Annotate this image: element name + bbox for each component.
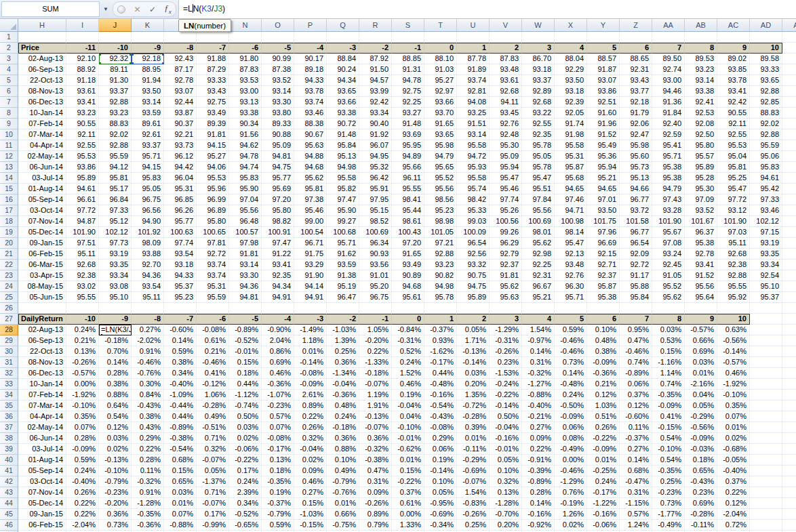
cell-AE25[interactable] xyxy=(782,292,796,303)
cell-S46[interactable]: 1.33% xyxy=(392,520,424,531)
cell-X13[interactable]: 95.87 xyxy=(555,162,587,173)
cell-W43[interactable]: 0.28% xyxy=(522,487,555,498)
cell-J5[interactable]: 91.30 xyxy=(99,75,132,86)
cell-W19[interactable]: 98.01 xyxy=(522,227,555,238)
cell-AD43[interactable] xyxy=(750,487,782,498)
cell-AE30[interactable] xyxy=(782,346,796,357)
cell-Y2[interactable]: 5 xyxy=(587,43,620,54)
cell-H33[interactable]: 10-Jan-14 xyxy=(18,379,66,390)
cell-R10[interactable]: 91.92 xyxy=(359,129,392,140)
row-header-1[interactable]: 1 xyxy=(0,32,18,43)
cell-T43[interactable]: 0.05% xyxy=(424,487,457,498)
cell-AC36[interactable]: 0.07% xyxy=(717,411,750,422)
cell-R22[interactable]: 93.56 xyxy=(359,260,392,270)
cell-U10[interactable]: 93.14 xyxy=(457,129,490,140)
cell-H14[interactable]: 03-Jul-14 xyxy=(18,173,66,184)
cell-AA45[interactable]: -1.77% xyxy=(652,509,685,520)
cell-H11[interactable]: 04-Apr-14 xyxy=(18,140,66,151)
cell-Q4[interactable]: 90.24 xyxy=(327,64,359,75)
cell-N11[interactable]: 94.62 xyxy=(229,140,262,151)
cell-AB37[interactable]: -0.56% xyxy=(685,422,717,433)
cell-I23[interactable]: 92.38 xyxy=(66,270,99,281)
cell-O19[interactable]: 100.91 xyxy=(262,227,294,238)
cell-Y36[interactable]: 0.51% xyxy=(587,411,620,422)
cell-I40[interactable]: 0.59% xyxy=(66,455,99,466)
cell-AC20[interactable]: 95.11 xyxy=(717,238,750,249)
cell-N27[interactable]: -5 xyxy=(229,314,262,325)
cell-AA3[interactable]: 89.50 xyxy=(652,54,685,64)
cell-I29[interactable]: 0.21% xyxy=(66,335,99,346)
cell-T10[interactable]: 93.65 xyxy=(424,129,457,140)
cell-U24[interactable]: 94.75 xyxy=(457,281,490,292)
cell-AB24[interactable]: 95.56 xyxy=(685,281,717,292)
cell-L40[interactable]: 0.68% xyxy=(164,455,197,466)
cell-M38[interactable]: 0.71% xyxy=(197,433,229,444)
cell-X18[interactable]: 100.98 xyxy=(555,216,587,227)
row-header-29[interactable]: 29 xyxy=(0,335,18,346)
cell-O33[interactable]: -0.36% xyxy=(262,379,294,390)
cell-AE45[interactable] xyxy=(782,509,796,520)
cell-AC34[interactable]: -0.10% xyxy=(717,390,750,401)
cell-M37[interactable]: -0.51% xyxy=(197,422,229,433)
cell-AB27[interactable]: 9 xyxy=(685,314,717,325)
cell-AC41[interactable]: -0.40% xyxy=(717,466,750,476)
cell-R6[interactable]: 93.99 xyxy=(359,86,392,97)
cell-V36[interactable]: 0.50% xyxy=(490,411,522,422)
cell-Y3[interactable]: 88.57 xyxy=(587,54,620,64)
cell-K32[interactable]: -0.76% xyxy=(132,368,164,379)
cell-T15[interactable]: 95.56 xyxy=(424,184,457,195)
cell-S42[interactable]: -0.22% xyxy=(392,476,424,487)
cell-M30[interactable]: 0.21% xyxy=(197,346,229,357)
cell-L26[interactable] xyxy=(164,303,197,314)
cell-N14[interactable]: 95.83 xyxy=(229,173,262,184)
cell-AC14[interactable]: 95.25 xyxy=(717,173,750,184)
cell-K19[interactable]: 101.92 xyxy=(132,227,164,238)
cell-S45[interactable]: 0.00% xyxy=(392,509,424,520)
cell-T29[interactable]: 0.93% xyxy=(424,335,457,346)
cell-AC37[interactable]: 0.01% xyxy=(717,422,750,433)
cell-N38[interactable]: 0.02% xyxy=(229,433,262,444)
cell-M44[interactable]: -0.07% xyxy=(197,498,229,509)
cell-L34[interactable]: -1.09% xyxy=(164,390,197,401)
cell-X37[interactable]: 0.06% xyxy=(555,422,587,433)
cell-H15[interactable]: 01-Aug-14 xyxy=(18,184,66,195)
cell-S12[interactable]: 94.89 xyxy=(392,151,424,162)
cell-L19[interactable]: 100.63 xyxy=(164,227,197,238)
cell-V44[interactable]: -1.28% xyxy=(490,498,522,509)
cell-R25[interactable]: 96.75 xyxy=(359,292,392,303)
cell-S6[interactable]: 92.75 xyxy=(392,86,424,97)
cell-Q40[interactable]: 0.10% xyxy=(327,455,359,466)
cell-U43[interactable]: 1.54% xyxy=(457,487,490,498)
cell-M26[interactable] xyxy=(197,303,229,314)
cell-AA42[interactable]: 0.25% xyxy=(652,476,685,487)
cell-R11[interactable]: 96.07 xyxy=(359,140,392,151)
row-header-30[interactable]: 30 xyxy=(0,346,18,357)
cell-U40[interactable]: -0.29% xyxy=(457,455,490,466)
column-header-I[interactable]: I xyxy=(66,19,99,32)
cell-I27[interactable]: -10 xyxy=(66,314,99,325)
cell-U30[interactable]: -0.13% xyxy=(457,346,490,357)
cell-I41[interactable]: 0.24% xyxy=(66,466,99,476)
cell-S10[interactable]: 93.69 xyxy=(392,129,424,140)
formula-input[interactable]: =LN(K3/J3) xyxy=(178,0,796,18)
cell-H38[interactable]: 06-Jun-14 xyxy=(18,433,66,444)
cell-R2[interactable]: -2 xyxy=(359,43,392,54)
insert-function-icon[interactable]: ƒx xyxy=(164,3,172,15)
cell-L28[interactable]: -0.60% xyxy=(164,325,197,335)
cell-W40[interactable]: -0.91% xyxy=(522,455,555,466)
cell-AA26[interactable] xyxy=(652,303,685,314)
cell-M16[interactable]: 96.99 xyxy=(197,195,229,205)
cell-AB32[interactable]: 0.01% xyxy=(685,368,717,379)
cell-AE10[interactable] xyxy=(782,129,796,140)
cell-M28[interactable]: -0.08% xyxy=(197,325,229,335)
cell-T6[interactable]: 92.97 xyxy=(424,86,457,97)
cell-R45[interactable]: 0.89% xyxy=(359,509,392,520)
cell-I16[interactable]: 96.61 xyxy=(66,195,99,205)
cell-M31[interactable]: -0.46% xyxy=(197,357,229,368)
cell-AA23[interactable]: 91.05 xyxy=(652,270,685,281)
cell-I7[interactable]: 93.41 xyxy=(66,97,99,108)
cell-AB11[interactable]: 95.80 xyxy=(685,140,717,151)
cell-AC25[interactable]: 95.92 xyxy=(717,292,750,303)
cell-T12[interactable]: 94.79 xyxy=(424,151,457,162)
cell-H44[interactable]: 05-Dec-14 xyxy=(18,498,66,509)
